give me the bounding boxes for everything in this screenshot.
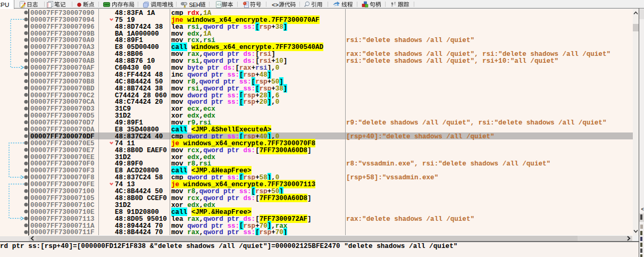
svg-text:<>: <> [217, 3, 221, 7]
svg-text:<>: <> [272, 2, 279, 9]
